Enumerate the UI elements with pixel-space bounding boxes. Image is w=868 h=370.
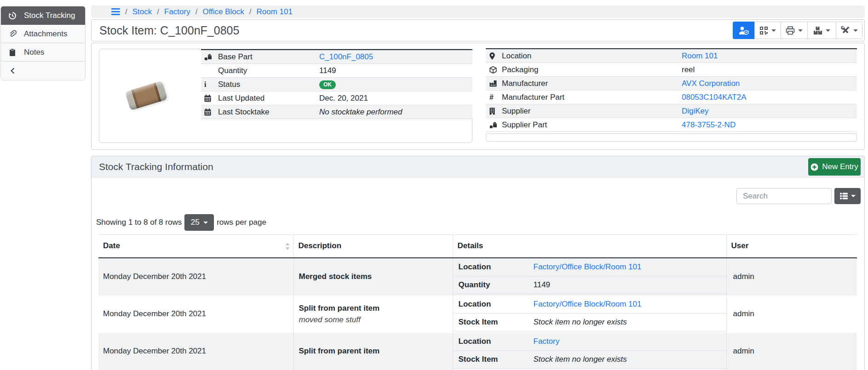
- table-row: Monday December 20th 2021 Split from par…: [98, 296, 857, 333]
- detail-location-link[interactable]: Factory/Office Block/Room 101: [534, 300, 642, 308]
- breadcrumb-link-office-block[interactable]: Office Block: [202, 7, 244, 17]
- breadcrumb-link-factory[interactable]: Factory: [164, 7, 190, 17]
- sidebar-collapse-button[interactable]: [1, 62, 85, 80]
- sort-icon: [285, 243, 290, 250]
- menu-icon[interactable]: [111, 8, 120, 15]
- info-row-supplier-part: Supplier Part 478-3755-2-ND: [486, 118, 857, 132]
- stock-tracking-table: Date Description Details User Monday Dec…: [98, 234, 857, 370]
- shapes-icon: [486, 121, 502, 129]
- paperclip-icon: [8, 30, 17, 38]
- caret-down-icon: [798, 29, 803, 32]
- sidebar-item-stock-tracking[interactable]: Stock Tracking: [1, 6, 85, 25]
- user-shield-icon: [738, 26, 749, 35]
- table-list-icon: [840, 193, 848, 199]
- calendar-icon: [201, 95, 215, 102]
- info-row-last-updated: Last Updated Dec. 20, 2021: [201, 91, 472, 105]
- boxes-icon: [813, 26, 822, 35]
- item-info-table: Base Part C_100nF_0805 Quantity 1149 i S…: [201, 49, 472, 119]
- table-row: Monday December 20th 2021 Merged stock i…: [98, 258, 857, 296]
- panel-title: Stock Tracking Information: [99, 161, 213, 172]
- location-info-table: Location Room 101 Packaging reel Manufac…: [486, 48, 857, 132]
- detail-row: Quantity 1149: [453, 276, 726, 294]
- page-size-button[interactable]: 25: [184, 214, 214, 231]
- info-row-manufacturer: Manufacturer AVX Corporation: [486, 77, 857, 91]
- sidebar-item-label: Stock Tracking: [24, 11, 75, 20]
- user-actions-button[interactable]: [733, 22, 754, 39]
- manufacturer-link[interactable]: AVX Corporation: [682, 79, 740, 88]
- info-row-manufacturer-part: # Manufacturer Part 08053C104KAT2A: [486, 91, 857, 104]
- search-input[interactable]: [736, 188, 832, 204]
- pagination-info: Showing 1 to 8 of 8 rows 25 rows per pag…: [96, 214, 266, 231]
- chevron-left-icon: [8, 68, 17, 74]
- sidebar-item-label: Notes: [24, 48, 44, 57]
- history-icon: [8, 11, 17, 20]
- detail-row: Location Factory/Office Block/Room 101: [453, 296, 726, 313]
- caret-down-icon: [203, 222, 208, 224]
- info-row-packaging: Packaging reel: [486, 63, 857, 77]
- table-columns-button[interactable]: [834, 188, 861, 204]
- table-row: Monday December 20th 2021 Split from par…: [98, 333, 857, 370]
- empty-info-strip: [486, 133, 857, 142]
- rows-per-page-label: rows per page: [217, 218, 266, 227]
- detail-row: Stock Item Stock item no longer exists: [453, 313, 726, 331]
- caret-down-icon: [851, 195, 856, 197]
- map-marker-icon: [486, 52, 502, 60]
- sidebar-item-label: Attachments: [24, 29, 68, 39]
- base-part-link[interactable]: C_100nF_0805: [319, 52, 373, 61]
- stock-edit-actions-button[interactable]: [836, 22, 862, 39]
- stock-item-details-panel: Base Part C_100nF_0805 Quantity 1149 i S…: [91, 43, 865, 150]
- print-actions-button[interactable]: [781, 22, 807, 39]
- column-header-details[interactable]: Details: [453, 235, 726, 258]
- breadcrumb-link-room-101[interactable]: Room 101: [257, 7, 293, 17]
- supplier-link[interactable]: DigiKey: [682, 107, 709, 115]
- shapes-icon: [201, 53, 215, 61]
- detail-row: Location Factory: [453, 333, 726, 351]
- hashtag-icon: #: [486, 93, 502, 102]
- column-header-date[interactable]: Date: [98, 235, 293, 258]
- page-title: Stock Item: C_100nF_0805: [99, 24, 239, 37]
- breadcrumb: / Stock / Factory / Office Block / Room …: [91, 6, 865, 18]
- caret-down-icon: [826, 29, 830, 32]
- showing-text: Showing 1 to 8 of 8 rows: [96, 218, 182, 227]
- qrcode-icon: [759, 26, 768, 35]
- detail-location-link[interactable]: Factory/Office Block/Room 101: [534, 262, 642, 271]
- detail-row: Stock Item Stock item no longer exists: [453, 351, 726, 369]
- column-header-user[interactable]: User: [726, 235, 857, 258]
- part-thumbnail[interactable]: [125, 80, 167, 112]
- barcode-actions-button[interactable]: [754, 22, 781, 39]
- stock-tracking-panel: Stock Tracking Information New Entry Sho…: [91, 156, 865, 370]
- info-row-location: Location Room 101: [486, 49, 857, 63]
- caret-down-icon: [853, 29, 858, 32]
- info-row-last-stocktake: Last Stocktake No stocktake performed: [201, 105, 472, 119]
- info-row-status: i Status OK: [201, 78, 472, 91]
- column-header-description[interactable]: Description: [293, 235, 453, 258]
- breadcrumb-link-stock[interactable]: Stock: [132, 7, 152, 17]
- detail-row: Location Factory/Office Block/Room 101: [453, 258, 726, 276]
- location-link[interactable]: Room 101: [682, 51, 718, 60]
- stock-actions-button[interactable]: [807, 22, 836, 39]
- clipboard-icon: [8, 48, 17, 57]
- supplier-part-link[interactable]: 478-3755-2-ND: [682, 120, 736, 129]
- stock-toolbar: [733, 22, 862, 39]
- info-row-base-part: Base Part C_100nF_0805: [201, 50, 472, 64]
- manufacturer-part-link[interactable]: 08053C104KAT2A: [682, 93, 747, 102]
- printer-icon: [786, 26, 795, 35]
- caret-down-icon: [771, 29, 776, 32]
- building-icon: [486, 108, 502, 115]
- tools-icon: [841, 26, 850, 35]
- sidebar-item-attachments[interactable]: Attachments: [1, 25, 85, 43]
- new-entry-button[interactable]: New Entry: [808, 158, 861, 176]
- item-summary-card: Base Part C_100nF_0805 Quantity 1149 i S…: [99, 49, 472, 143]
- page-header: Stock Item: C_100nF_0805: [91, 19, 865, 41]
- sidebar: Stock Tracking Attachments Notes: [0, 6, 86, 80]
- info-row-quantity: Quantity 1149: [201, 64, 472, 78]
- factory-icon: [486, 80, 502, 87]
- status-badge: OK: [319, 80, 336, 89]
- detail-location-link[interactable]: Factory: [534, 337, 560, 346]
- sidebar-item-notes[interactable]: Notes: [1, 43, 85, 62]
- plus-circle-icon: [811, 163, 818, 171]
- info-icon: i: [201, 80, 215, 89]
- stock-tracking-panel-header: Stock Tracking Information: [92, 156, 864, 177]
- calendar-icon: [201, 108, 215, 116]
- box-icon: [486, 66, 502, 74]
